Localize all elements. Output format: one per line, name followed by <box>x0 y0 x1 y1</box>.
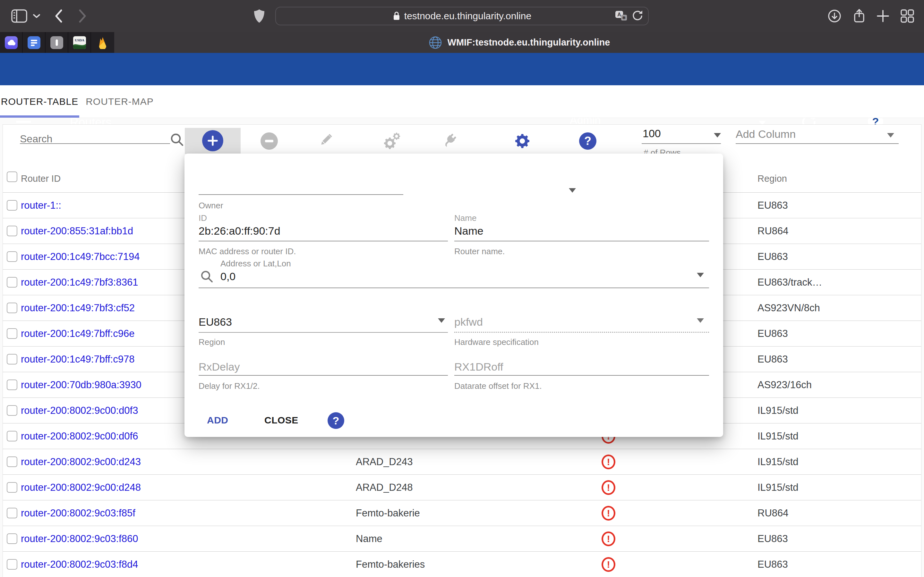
downloads-button[interactable] <box>826 0 843 32</box>
new-tab-button[interactable] <box>875 0 891 32</box>
error-icon[interactable]: ! <box>602 480 615 495</box>
pinned-tabs: USDA <box>0 32 114 53</box>
row-checkbox[interactable] <box>7 200 17 211</box>
add-column-select[interactable]: Add Column <box>736 128 796 140</box>
browser-titlebar: testnode.eu.thingularity.online A✱ <box>0 0 924 32</box>
translate-icon[interactable]: A✱ <box>615 10 628 22</box>
row-checkbox[interactable] <box>7 226 17 236</box>
router-id-link[interactable]: router-200:1c49:7bff:c978 <box>21 354 134 365</box>
router-name-cell: ARAD_D248 <box>356 482 413 493</box>
router-region-cell: EU863 <box>758 200 788 211</box>
id-field[interactable]: 2b:26:a0:ff:90:7d <box>199 225 280 237</box>
table-row: router-200:8002:9c03:f860 Name ! EU863 <box>3 526 921 552</box>
address-field[interactable]: 0,0 <box>220 270 236 283</box>
sidebar-toggle-icon[interactable] <box>10 0 29 32</box>
router-id-link[interactable]: router-200:855:31af:bb1d <box>21 226 133 237</box>
remove-router-button[interactable] <box>260 132 278 150</box>
owner-caption: Owner <box>199 201 223 211</box>
pinned-tab-firebase[interactable] <box>91 32 114 53</box>
tab-router-table[interactable]: ROUTER-TABLE <box>0 85 79 118</box>
svg-text:USDA: USDA <box>75 38 84 42</box>
pinned-tab-info[interactable] <box>45 32 68 53</box>
router-name-cell: Femto-bakeries <box>356 559 425 570</box>
svg-text:✱: ✱ <box>622 15 626 20</box>
browser-tab-strip: USDA WMIF:testnode.eu.thingularity.onlin… <box>0 32 924 53</box>
privacy-shield-icon[interactable] <box>252 0 267 32</box>
back-button[interactable] <box>51 0 66 32</box>
table-settings-button[interactable] <box>512 131 532 151</box>
name-field[interactable]: Name <box>454 225 483 237</box>
gear-icon <box>512 131 532 151</box>
close-button[interactable]: CLOSE <box>264 415 298 426</box>
router-id-link[interactable]: router-200:8002:9c00:d0f3 <box>21 405 138 416</box>
router-id-link[interactable]: router-1:: <box>21 200 61 211</box>
rxdelay-field[interactable]: RxDelay <box>199 361 240 373</box>
tab-router-map[interactable]: ROUTER-MAP <box>79 85 160 118</box>
dialog-help-button[interactable]: ? <box>328 412 344 429</box>
router-region-cell: EU863 <box>758 251 788 263</box>
add-button[interactable]: ADD <box>207 415 228 426</box>
router-id-link[interactable]: router-200:1c49:7bff:c96e <box>21 328 134 340</box>
connect-router-button[interactable] <box>440 131 459 151</box>
share-button[interactable] <box>851 0 867 32</box>
globe-icon <box>428 35 443 50</box>
active-browser-tab[interactable]: WMIF:testnode.eu.thingularity.online <box>114 32 924 53</box>
owner-select[interactable] <box>199 194 403 195</box>
row-checkbox[interactable] <box>7 303 17 313</box>
router-id-link[interactable]: router-200:8002:9c03:f8d4 <box>21 559 138 570</box>
router-id-link[interactable]: router-200:8002:9c00:d248 <box>21 482 141 493</box>
search-icon <box>200 269 214 284</box>
router-id-link[interactable]: router-200:8002:9c00:d243 <box>21 456 141 468</box>
error-icon[interactable]: ! <box>602 455 615 469</box>
row-checkbox[interactable] <box>7 251 17 262</box>
row-checkbox[interactable] <box>7 559 17 570</box>
error-icon[interactable]: ! <box>602 506 615 521</box>
row-checkbox[interactable] <box>7 277 17 287</box>
row-checkbox[interactable] <box>7 456 17 467</box>
row-checkbox[interactable] <box>7 405 17 416</box>
edit-router-button[interactable] <box>316 132 334 150</box>
row-checkbox[interactable] <box>7 431 17 442</box>
error-icon[interactable]: ! <box>602 557 615 572</box>
pinned-tab-docs[interactable] <box>23 32 45 53</box>
router-id-link[interactable]: router-200:70db:980a:3930 <box>21 379 142 391</box>
row-checkbox[interactable] <box>7 482 17 493</box>
view-tabs: ROUTER-TABLE ROUTER-MAP <box>0 85 924 118</box>
select-all-checkbox[interactable] <box>7 171 17 182</box>
active-tab-underline <box>0 115 79 118</box>
tab-overview-button[interactable] <box>898 0 916 32</box>
table-row: router-200:8002:9c00:d243 ARAD_D243 ! IL… <box>3 449 921 475</box>
region-select[interactable]: EU863 <box>199 316 232 328</box>
router-region-cell: IL915/std <box>758 456 798 468</box>
hardware-select[interactable]: pkfwd <box>454 316 483 328</box>
forward-button[interactable] <box>75 0 90 32</box>
sidebar-chevron-icon[interactable] <box>31 0 42 32</box>
rx1droff-field[interactable]: RX1DRoff <box>454 361 503 373</box>
router-id-link[interactable]: router-200:1c49:7bf3:8361 <box>21 277 138 288</box>
rows-per-page-select[interactable]: 100 <box>643 127 661 140</box>
url-bar[interactable]: testnode.eu.thingularity.online A✱ <box>275 7 649 25</box>
tab-router-map-label: ROUTER-MAP <box>86 96 153 107</box>
add-router-button[interactable] <box>185 128 241 154</box>
router-id-link[interactable]: router-200:8002:9c03:f85f <box>21 508 136 519</box>
firebase-flame-icon <box>96 36 109 49</box>
row-checkbox[interactable] <box>7 328 17 339</box>
router-id-link[interactable]: router-200:8002:9c03:f860 <box>21 533 138 545</box>
url-text: testnode.eu.thingularity.online <box>404 11 531 21</box>
router-id-link[interactable]: router-200:8002:9c00:d0f6 <box>21 430 138 442</box>
reload-icon[interactable] <box>632 10 643 22</box>
router-name-cell: Femto-bakerie <box>356 508 420 519</box>
router-id-link[interactable]: router-200:1c49:7bcc:7194 <box>21 251 140 263</box>
row-checkbox[interactable] <box>7 508 17 518</box>
pinned-tab-icloud[interactable] <box>0 32 23 53</box>
toolbar-help-button[interactable]: ? <box>579 132 596 150</box>
configure-routers-button[interactable] <box>382 131 402 151</box>
error-icon[interactable]: ! <box>602 532 615 546</box>
active-tab-title: WMIF:testnode.eu.thingularity.online <box>447 37 610 48</box>
router-id-link[interactable]: router-200:1c49:7bf3:cf52 <box>21 302 135 314</box>
row-checkbox[interactable] <box>7 354 17 364</box>
address-label: Address or Lat,Lon <box>220 259 291 269</box>
row-checkbox[interactable] <box>7 533 17 544</box>
pinned-tab-usda[interactable]: USDA <box>68 32 91 53</box>
row-checkbox[interactable] <box>7 380 17 390</box>
